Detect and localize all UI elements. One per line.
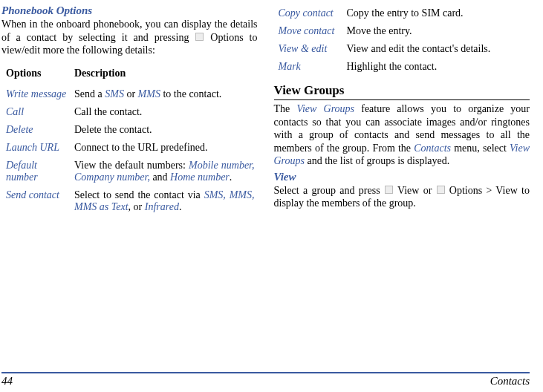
desc-text: View and edit the contact's details. <box>342 40 530 58</box>
option-label: View & edit <box>279 43 328 54</box>
th-options: Options <box>1 65 70 85</box>
phonebook-options-heading: Phonebook Options <box>1 4 258 17</box>
table-row: Default number View the default numbers:… <box>1 157 258 186</box>
desc-text: to the contact. <box>160 88 221 99</box>
table-row: Delete Delete the contact. <box>1 121 258 139</box>
th-description: Description <box>70 65 258 85</box>
desc-text: Delete the contact. <box>70 121 258 139</box>
para-text: menu, select <box>451 143 510 154</box>
desc-text: Highlight the contact. <box>342 58 530 76</box>
view-subheading: View <box>274 171 530 183</box>
link-text: Contacts <box>414 143 451 154</box>
para-text: and the list of groups is displayed. <box>305 155 449 166</box>
desc-text: Send a <box>74 88 105 99</box>
option-label: Copy contact <box>279 7 334 19</box>
desc-text: . <box>230 172 233 183</box>
desc-text: View the default numbers: <box>74 160 189 171</box>
softkey-icon <box>195 33 204 41</box>
page-footer: 44 Contacts <box>1 372 530 388</box>
options-table-left: Options Description Write message Send a… <box>1 65 258 216</box>
option-label: Launch URL <box>6 142 59 153</box>
desc-text: , or <box>129 201 145 212</box>
heading-rule <box>274 99 530 100</box>
view-paragraph: Select a group and press View or Options… <box>274 184 530 210</box>
options-table-right: Copy contact Copy the entry to SIM card.… <box>274 4 530 76</box>
desc-text: Connect to the URL predefined. <box>70 139 258 157</box>
desc-text: Select to send the contact via <box>74 189 204 200</box>
desc-text: Copy the entry to SIM card. <box>342 4 530 22</box>
option-label: Write message <box>6 88 66 99</box>
table-row: Write message Send a SMS or MMS to the c… <box>1 85 258 103</box>
desc-text: and <box>150 172 170 183</box>
table-row: View & edit View and edit the contact's … <box>274 40 530 58</box>
link-text: MMS <box>138 88 160 99</box>
intro-paragraph: When in the onboard phonebook, you can d… <box>1 18 258 57</box>
softkey-icon <box>385 186 393 194</box>
footer-section: Contacts <box>490 375 530 388</box>
desc-text: Call the contact. <box>70 103 258 121</box>
desc-text: Move the entry. <box>342 22 530 40</box>
para-text: The <box>274 103 297 114</box>
desc-text: . <box>179 201 182 212</box>
table-row: Mark Highlight the contact. <box>274 58 530 76</box>
link-text: Infrared <box>145 201 179 212</box>
option-label: Move contact <box>279 25 335 36</box>
view-groups-heading: View Groups <box>274 83 530 98</box>
link-text: SMS <box>105 88 124 99</box>
view-text-mid: View or <box>394 185 436 196</box>
table-row: Call Call the contact. <box>1 103 258 121</box>
view-groups-paragraph: The View Groups feature allows you to or… <box>274 102 530 168</box>
option-label: Mark <box>279 61 301 72</box>
link-text: Home number <box>170 172 230 183</box>
option-label: Send contact <box>6 189 59 200</box>
table-row: Move contact Move the entry. <box>274 22 530 40</box>
table-row: Launch URL Connect to the URL predefined… <box>1 139 258 157</box>
view-text-a: Select a group and press <box>274 185 384 196</box>
link-text: View Groups <box>296 103 354 114</box>
table-row: Copy contact Copy the entry to SIM card. <box>274 4 530 22</box>
desc-text: or <box>124 88 138 99</box>
option-label: Default number <box>6 160 38 183</box>
page-number: 44 <box>1 375 13 388</box>
footer-rule <box>1 372 530 373</box>
option-label: Delete <box>6 124 33 135</box>
softkey-icon <box>437 186 445 194</box>
table-row: Send contact Select to send the contact … <box>1 186 258 216</box>
option-label: Call <box>6 106 24 117</box>
